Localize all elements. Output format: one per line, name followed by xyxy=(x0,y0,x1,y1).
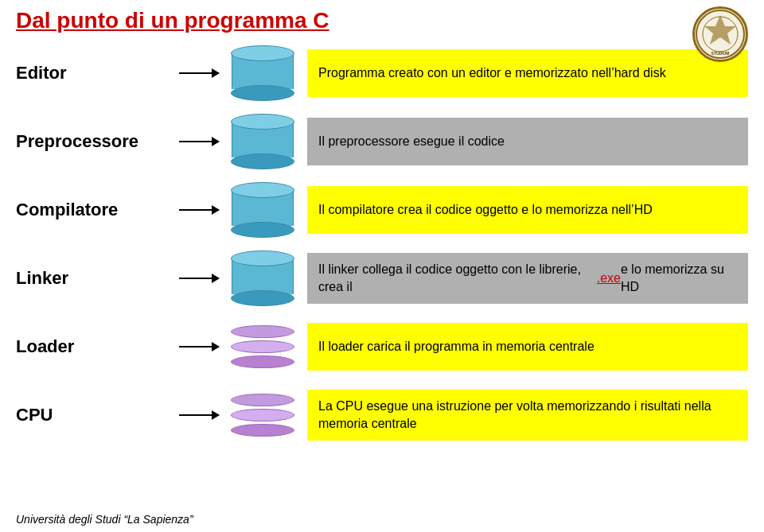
arrow-compilatore xyxy=(175,209,223,211)
cylinder-shape-editor xyxy=(231,45,294,101)
desc-cpu: La CPU esegue una istruzione per volta m… xyxy=(307,390,748,441)
university-logo: STUDIUM xyxy=(692,6,748,62)
cylinder-editor xyxy=(223,45,302,101)
logo-circle: STUDIUM xyxy=(692,6,748,62)
label-linker: Linker xyxy=(16,268,175,289)
row-cpu: CPU La CPU esegue una istruzione per vol… xyxy=(16,383,748,447)
footer-text: Università degli Studi “La Sapienza” xyxy=(16,513,193,526)
cylinder-loader xyxy=(223,319,302,375)
cylinder-preprocessore xyxy=(223,114,302,169)
label-compilatore: Compilatore xyxy=(16,200,175,220)
arrow-linker xyxy=(175,278,223,279)
arrow-icon-compilatore xyxy=(179,209,219,211)
cylinder-shape-cpu xyxy=(231,387,294,443)
cylinder-linker xyxy=(223,250,302,306)
desc-preprocessore: Il preprocessore esegue il codice xyxy=(307,118,748,165)
row-linker: Linker Il linker collega il codice ogget… xyxy=(16,247,748,310)
arrow-icon-cpu xyxy=(179,414,219,416)
cylinder-shape-preprocessore xyxy=(231,114,294,169)
label-loader: Loader xyxy=(16,336,175,357)
label-cpu: CPU xyxy=(16,405,175,425)
desc-linker: Il linker collega il codice oggetto con … xyxy=(307,253,748,305)
desc-loader: Il loader carica il programma in memoria… xyxy=(307,323,748,371)
row-preprocessore: Preprocessore Il preprocessore esegue il… xyxy=(16,110,748,173)
page-title: Dal punto di un programma C xyxy=(16,8,748,33)
arrow-loader xyxy=(175,346,223,348)
desc-editor: Programma creato con un editor e memoriz… xyxy=(307,49,748,97)
exe-text: .exe xyxy=(597,270,621,287)
svg-text:STUDIUM: STUDIUM xyxy=(711,51,730,56)
cylinder-shape-loader xyxy=(231,319,294,375)
arrow-cpu xyxy=(175,414,223,416)
label-editor: Editor xyxy=(16,63,175,83)
cylinder-shape-compilatore xyxy=(231,182,294,238)
cylinder-shape-linker xyxy=(231,250,294,306)
arrow-editor xyxy=(175,72,223,74)
arrow-icon-loader xyxy=(179,346,219,348)
desc-linker-text1: Il linker collega il codice oggetto con … xyxy=(318,261,597,297)
desc-compilatore: Il compilatore crea il codice oggetto e … xyxy=(307,186,748,234)
arrow-preprocessore xyxy=(175,141,223,142)
arrow-icon-preprocessore xyxy=(179,141,219,142)
row-editor: Editor Programma creato con un editor e … xyxy=(16,41,748,105)
rows-container: Editor Programma creato con un editor e … xyxy=(16,41,748,447)
desc-linker-text2: e lo memorizza su HD xyxy=(621,261,737,297)
page: STUDIUM Dal punto di un programma C Edit… xyxy=(0,0,764,532)
label-preprocessore: Preprocessore xyxy=(16,131,175,152)
arrow-icon-editor xyxy=(179,72,219,74)
cylinder-cpu xyxy=(223,387,302,443)
cylinder-compilatore xyxy=(223,182,302,238)
row-compilatore: Compilatore Il compilatore crea il codic… xyxy=(16,178,748,242)
arrow-icon-linker xyxy=(179,278,219,279)
row-loader: Loader Il loader carica il programma in … xyxy=(16,315,748,379)
